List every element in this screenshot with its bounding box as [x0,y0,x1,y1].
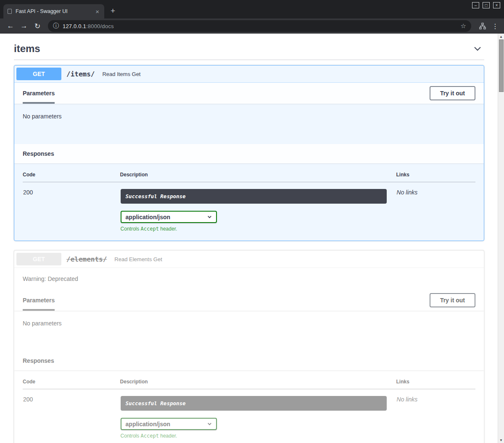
scrollbar[interactable]: ▲ ▼ [498,34,504,443]
accept-header-note: Controls Accept header. [121,226,396,232]
media-type-select[interactable]: application/json [121,211,217,223]
section-title: items [14,43,40,55]
response-row: 200 Successful Response application/json… [23,182,475,233]
menu-icon[interactable]: ⋮ [491,22,500,30]
responses-header: Responses [14,144,484,163]
endpoint-summary: Read Items Get [102,71,140,77]
column-code: Code [23,379,120,389]
chevron-down-icon [207,214,212,220]
column-description: Description [120,379,396,389]
response-links: No links [396,389,475,440]
no-parameters-text: No parameters [23,320,62,327]
collapse-chevron-icon[interactable] [472,44,484,54]
scrollbar-thumb[interactable] [499,39,504,92]
opblock-summary[interactable]: GET /items/ Read Items Get [14,66,484,83]
scroll-up-icon[interactable]: ▲ [499,34,503,39]
responses-section: Code Description Links 200 Successful Re… [14,163,484,241]
responses-section: Code Description Links 200 Successful Re… [14,370,484,443]
response-code: 200 [23,182,120,233]
response-description: Successful Response [121,189,387,204]
column-links: Links [396,379,475,389]
method-badge: GET [16,68,61,80]
url-text[interactable]: 127.0.0.1:8000/docs [63,23,461,29]
reload-icon[interactable]: ↻ [31,22,44,31]
column-links: Links [396,172,475,182]
response-description: Successful Response [121,396,387,411]
site-info-icon[interactable]: ⓘ [53,22,59,30]
endpoint-summary: Read Elements Get [114,256,162,262]
no-parameters-text: No parameters [23,113,62,120]
column-code: Code [23,172,120,182]
parameters-tab[interactable]: Parameters [23,83,55,104]
new-tab-button[interactable]: + [111,6,115,16]
responses-table: Code Description Links 200 Successful Re… [23,379,475,439]
media-type-value: application/json [126,214,171,220]
tab-title: Fast API - Swagger UI [16,8,91,14]
page-icon [8,9,12,14]
parameters-header: Parameters Try it out [14,83,484,104]
method-badge: GET [16,253,61,265]
response-links: No links [396,182,475,233]
opblock-get-elements: GET /elements/ Read Elements Get Warning… [14,250,484,443]
responses-title: Responses [23,150,54,157]
try-it-out-button[interactable]: Try it out [430,86,475,100]
tag-section-header[interactable]: items [14,37,484,60]
opblock-get-items: GET /items/ Read Items Get Parameters Tr… [14,65,484,241]
endpoint-path: /elements/ [66,255,107,263]
parameters-header: Parameters Try it out [14,290,484,311]
bookmark-star-icon[interactable]: ☆ [461,22,466,30]
scroll-down-icon[interactable]: ▼ [499,437,503,443]
swagger-page: items GET /items/ Read Items Get Paramet… [0,34,498,443]
responses-title: Responses [23,357,54,364]
try-it-out-button[interactable]: Try it out [430,293,475,307]
maximize-button[interactable]: □ [483,2,490,8]
parameters-section: No parameters [14,104,484,144]
deprecation-warning: Warning: Deprecated [14,268,484,290]
responses-table: Code Description Links 200 Successful Re… [23,172,475,232]
media-type-value: application/json [126,421,171,427]
minimize-button[interactable]: – [472,2,479,8]
opblock-summary[interactable]: GET /elements/ Read Elements Get [14,251,484,268]
browser-tab[interactable]: Fast API - Swagger UI × [3,4,104,18]
media-type-select[interactable]: application/json [121,418,217,430]
accept-header-note: Controls Accept header. [121,433,396,439]
titlebar: Fast API - Swagger UI × + – □ × [0,0,504,18]
address-bar[interactable]: ⓘ 127.0.0.1:8000/docs ☆ [48,20,471,32]
close-button[interactable]: × [493,2,500,8]
endpoint-path: /items/ [66,70,95,78]
response-code: 200 [23,389,120,440]
browser-toolbar: ← → ↻ ⓘ 127.0.0.1:8000/docs ☆ ⋮ [0,18,504,34]
url-host: 127.0.0.1 [63,23,86,29]
parameters-tab[interactable]: Parameters [23,290,55,311]
response-row: 200 Successful Response application/json… [23,389,475,440]
window-controls: – □ × [472,2,500,8]
sitemap-icon[interactable] [475,22,490,30]
forward-icon[interactable]: → [18,22,30,30]
url-path: :8000/docs [86,23,114,29]
tab-close-icon[interactable]: × [95,8,100,15]
responses-header: Responses [14,351,484,370]
column-description: Description [120,172,396,182]
chevron-down-icon [207,421,212,427]
parameters-section: No parameters [14,311,484,351]
back-icon[interactable]: ← [4,22,17,30]
